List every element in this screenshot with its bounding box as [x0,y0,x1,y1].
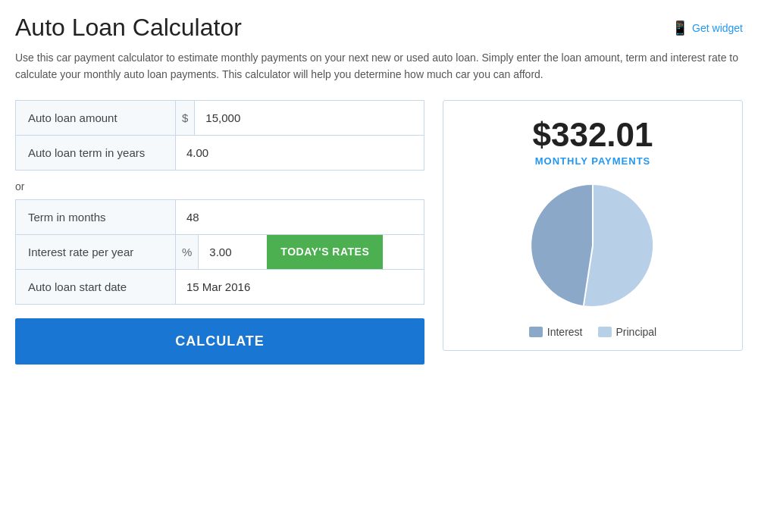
interest-legend-box [529,327,543,337]
loan-term-years-row: Auto loan term in years [16,136,424,170]
monthly-label: MONTHLY PAYMENTS [535,155,651,167]
interest-rate-label: Interest rate per year [16,235,175,269]
principal-legend-box [598,327,612,337]
loan-amount-input[interactable] [195,101,424,135]
loan-term-years-input[interactable] [176,136,424,170]
result-section: $332.01 MONTHLY PAYMENTS [443,100,743,351]
description-text: Use this car payment calculator to estim… [15,49,743,83]
interest-slice [531,185,593,305]
principal-legend-label: Principal [616,326,657,338]
principal-legend-item: Principal [598,326,657,338]
form-fields: Auto loan amount $ Auto loan term in yea… [15,100,424,171]
loan-amount-row: Auto loan amount $ [16,101,424,136]
start-date-input-cell [175,270,424,304]
interest-legend-item: Interest [529,326,583,338]
monthly-amount: $332.01 [532,116,653,154]
pie-chart [525,177,661,314]
start-date-row: Auto loan start date [16,270,424,304]
interest-rate-input-cell: TODAY'S RATES [198,235,424,269]
start-date-input[interactable] [176,270,424,304]
page-title: Auto Loan Calculator [15,14,242,42]
loan-amount-input-cell [194,101,424,135]
calculate-button[interactable]: CALCULATE [15,318,424,365]
interest-rate-unit: % [175,235,198,269]
term-months-label: Term in months [16,200,175,234]
or-label: or [15,176,424,196]
start-date-label: Auto loan start date [16,270,175,304]
interest-legend-label: Interest [547,326,583,338]
get-widget-label: Get widget [692,22,743,34]
interest-rate-row: Interest rate per year % TODAY'S RATES [16,235,424,270]
chart-legend: Interest Principal [529,326,656,338]
form-section: Auto loan amount $ Auto loan term in yea… [15,100,424,365]
interest-rate-input[interactable] [199,235,267,269]
principal-slice [584,185,653,306]
widget-icon: 📱 [672,20,688,36]
get-widget-link[interactable]: 📱 Get widget [672,20,743,36]
todays-rates-button[interactable]: TODAY'S RATES [267,235,383,269]
loan-amount-unit: $ [175,101,194,135]
loan-term-years-input-cell [175,136,424,170]
form-fields-2: Term in months Interest rate per year % … [15,199,424,305]
loan-amount-label: Auto loan amount [16,101,175,135]
term-months-row: Term in months [16,200,424,235]
term-months-input[interactable] [176,200,424,234]
loan-term-years-label: Auto loan term in years [16,136,175,170]
term-months-input-cell [175,200,424,234]
